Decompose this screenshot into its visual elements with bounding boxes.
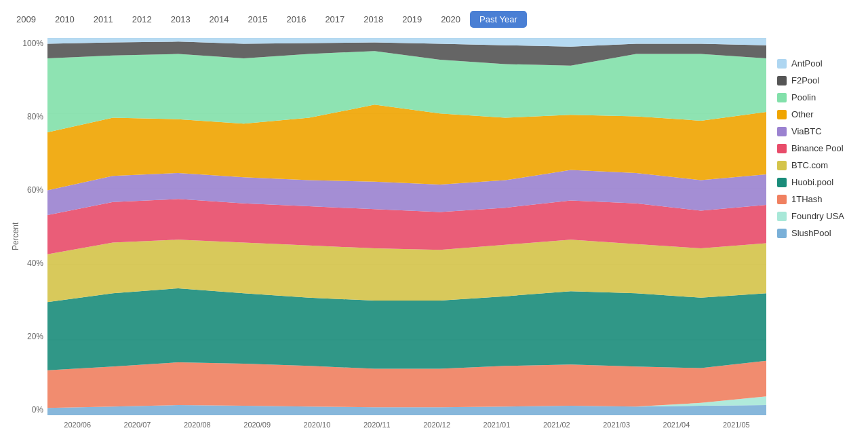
stacked-area-chart <box>47 38 766 415</box>
legend-color-other <box>777 110 787 119</box>
x-label-7: 2021/01 <box>467 421 526 429</box>
x-label-9: 2021/03 <box>587 421 646 429</box>
x-label-4: 2020/10 <box>287 421 347 429</box>
legend-color-huobi <box>777 178 787 187</box>
nav-2015[interactable]: 2015 <box>239 11 277 28</box>
chart-area: Percent 0% 20% 40% 60% 80% 100% <box>7 38 861 434</box>
legend-color-slushpool <box>777 229 787 238</box>
legend-color-poolin <box>777 93 787 102</box>
nav-2010[interactable]: 2010 <box>45 11 84 28</box>
nav-2018[interactable]: 2018 <box>354 11 393 28</box>
x-axis-row: 2020/06 2020/07 2020/08 2020/09 2020/10 … <box>22 415 766 434</box>
legend-label-other: Other <box>791 109 814 119</box>
y-ticks: 0% 20% 40% 60% 80% 100% <box>22 38 47 415</box>
y-tick-60: 60% <box>22 186 47 194</box>
legend-binance: Binance Pool <box>777 143 861 153</box>
legend-label-poolin: Poolin <box>791 92 816 102</box>
y-tick-20: 20% <box>22 332 47 341</box>
legend-label-antpool: AntPool <box>791 58 823 69</box>
x-label-5: 2020/11 <box>347 421 407 429</box>
legend-1thash: 1THash <box>777 194 861 204</box>
nav-2016[interactable]: 2016 <box>277 11 315 28</box>
nav-2017[interactable]: 2017 <box>315 11 354 28</box>
y-tick-0: 0% <box>22 406 47 414</box>
y-tick-40: 40% <box>22 259 47 267</box>
legend-color-btccom <box>777 161 787 170</box>
x-label-10: 2021/04 <box>646 421 706 429</box>
legend-f2pool: F2Pool <box>777 75 861 85</box>
nav-2020[interactable]: 2020 <box>431 11 470 28</box>
legend-slushpool: SlushPool <box>777 228 861 238</box>
year-nav: 2009 2010 2011 2012 2013 2014 2015 2016 … <box>7 7 861 31</box>
x-label-6: 2020/12 <box>407 421 467 429</box>
legend-other: Other <box>777 109 861 119</box>
legend-label-huobi: Huobi.pool <box>791 177 833 187</box>
nav-2019[interactable]: 2019 <box>393 11 431 28</box>
legend-label-slushpool: SlushPool <box>791 228 831 238</box>
nav-2012[interactable]: 2012 <box>123 11 161 28</box>
legend-foundry: Foundry USA <box>777 211 861 221</box>
legend-label-1thash: 1THash <box>791 194 823 204</box>
legend-poolin: Poolin <box>777 92 861 102</box>
x-label-1: 2020/07 <box>107 421 167 429</box>
legend-label-foundry: Foundry USA <box>791 211 844 221</box>
x-labels: 2020/06 2020/07 2020/08 2020/09 2020/10 … <box>47 421 766 429</box>
legend-color-binance <box>777 144 787 153</box>
nav-2011[interactable]: 2011 <box>84 11 123 28</box>
nav-past-year[interactable]: Past Year <box>470 11 527 28</box>
chart-inner: 0% 20% 40% 60% 80% 100% <box>22 38 766 415</box>
legend-color-1thash <box>777 195 787 204</box>
x-label-8: 2021/02 <box>527 421 587 429</box>
chart-legend: AntPool F2Pool Poolin Other ViaBTC Binan… <box>766 38 861 434</box>
y-tick-80: 80% <box>22 113 47 121</box>
y-tick-100: 100% <box>22 39 47 47</box>
legend-color-foundry <box>777 212 787 221</box>
nav-2013[interactable]: 2013 <box>161 11 200 28</box>
x-label-11: 2021/05 <box>707 421 766 429</box>
legend-btccom: BTC.com <box>777 160 861 170</box>
y-axis-label: Percent <box>7 38 22 434</box>
x-label-0: 2020/06 <box>47 421 107 429</box>
chart-with-axes: Percent 0% 20% 40% 60% 80% 100% <box>7 38 766 434</box>
legend-huobi: Huobi.pool <box>777 177 861 187</box>
chart-column: 0% 20% 40% 60% 80% 100% <box>22 38 766 434</box>
legend-label-f2pool: F2Pool <box>791 75 819 85</box>
nav-2009[interactable]: 2009 <box>7 11 45 28</box>
x-label-2: 2020/08 <box>167 421 227 429</box>
legend-label-btccom: BTC.com <box>791 160 828 170</box>
legend-color-antpool <box>777 59 787 69</box>
nav-2014[interactable]: 2014 <box>200 11 239 28</box>
legend-viabtc: ViaBTC <box>777 126 861 136</box>
main-container: 2009 2010 2011 2012 2013 2014 2015 2016 … <box>0 0 868 441</box>
legend-label-viabtc: ViaBTC <box>791 126 822 136</box>
legend-antpool: AntPool <box>777 58 861 69</box>
legend-color-f2pool <box>777 76 787 85</box>
x-label-3: 2020/09 <box>227 421 287 429</box>
legend-color-viabtc <box>777 127 787 136</box>
legend-label-binance: Binance Pool <box>791 143 844 153</box>
